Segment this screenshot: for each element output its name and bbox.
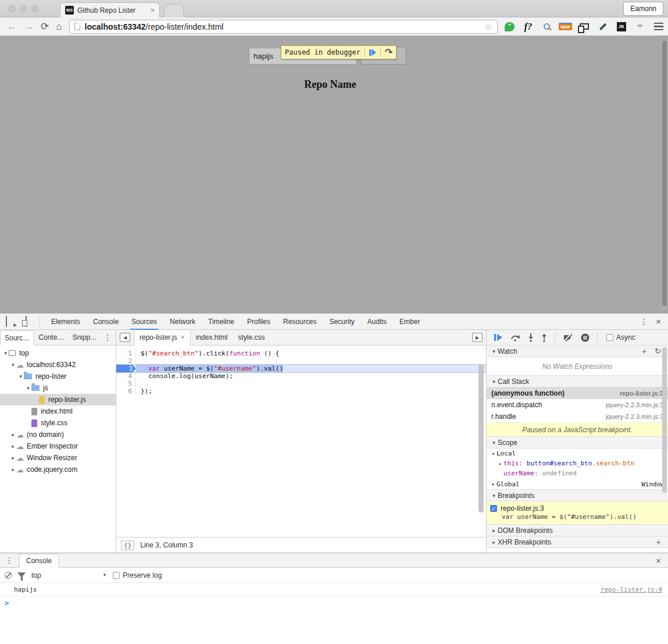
- profile-button[interactable]: Eamonn: [623, 2, 663, 16]
- breakpoint-code[interactable]: var userName = $("#username").val(): [490, 513, 665, 522]
- call-stack-frame[interactable]: n.event.dispatch jquery-2.2.3.min.js:3: [487, 399, 668, 411]
- tree-item-style-css[interactable]: style.css: [0, 417, 116, 429]
- deactivate-breakpoints-icon[interactable]: [563, 333, 573, 341]
- browser-tab[interactable]: WS Github Repo Lister ×: [60, 2, 160, 17]
- preserve-log-checkbox-box[interactable]: [113, 572, 120, 579]
- devtools-menu-icon[interactable]: ⋮: [640, 317, 648, 326]
- new-badge-extension-icon[interactable]: NEW: [559, 23, 571, 30]
- inspect-element-icon[interactable]: [6, 316, 16, 327]
- clear-console-icon[interactable]: [5, 572, 12, 579]
- tab-security[interactable]: Security: [328, 314, 355, 330]
- pretty-print-icon[interactable]: {}: [121, 540, 134, 550]
- font-helper-extension-icon[interactable]: f?: [522, 20, 535, 33]
- tree-item-index-html[interactable]: index.html: [0, 405, 116, 417]
- add-watch-icon[interactable]: +: [642, 347, 646, 356]
- address-bar[interactable]: localhost:63342/repo-lister/index.html ☆: [69, 20, 498, 34]
- line-number[interactable]: 5: [116, 380, 136, 387]
- step-over-icon[interactable]: ↷: [385, 48, 392, 57]
- step-out-icon[interactable]: [541, 333, 547, 342]
- new-tab-button[interactable]: [164, 4, 184, 17]
- editor-tab-style-css[interactable]: style.css: [233, 330, 270, 345]
- console-input[interactable]: >: [0, 597, 668, 610]
- window-close-button[interactable]: [8, 5, 15, 12]
- editor-scrollbar[interactable]: [478, 364, 484, 533]
- add-xhr-breakpoint-icon[interactable]: +: [656, 538, 661, 547]
- tree-item-ember-inspector[interactable]: ▸☁ Ember Inspector: [0, 440, 116, 452]
- step-into-icon[interactable]: [528, 333, 534, 342]
- call-stack-frame[interactable]: (anonymous function) repo-lister.js:3: [487, 387, 668, 399]
- tab-elements[interactable]: Elements: [50, 314, 81, 330]
- code-line-4[interactable]: 4 console.log(userName);: [116, 372, 486, 380]
- tree-item-code-jquery[interactable]: ▸☁ code.jquery.com: [0, 464, 116, 475]
- call-stack-frame[interactable]: r.handle jquery-2.2.3.min.js:3: [487, 411, 668, 422]
- chrome-menu-icon[interactable]: [654, 23, 663, 31]
- device-toolbar-icon[interactable]: [22, 316, 33, 327]
- line-number[interactable]: 6: [116, 387, 136, 395]
- refresh-watch-icon[interactable]: ↻: [655, 347, 661, 355]
- tab-close-icon[interactable]: ×: [150, 6, 155, 15]
- tab-profiles[interactable]: Profiles: [246, 314, 272, 330]
- search-extension-icon[interactable]: [544, 23, 550, 30]
- tab-audits[interactable]: Audits: [366, 314, 388, 330]
- tab-timeline[interactable]: Timeline: [207, 314, 235, 330]
- editor-tab-index-html[interactable]: index.html: [191, 330, 233, 345]
- editor-tab-close-icon[interactable]: ×: [181, 333, 185, 341]
- call-stack-section-header[interactable]: ▾Call Stack: [487, 375, 668, 387]
- code-line-1[interactable]: 1 $("#search_btn").click(function () {: [116, 350, 486, 357]
- code-line-5[interactable]: 5: [116, 380, 486, 387]
- breakpoint-checkbox[interactable]: ✓: [490, 505, 497, 512]
- tab-ember[interactable]: Ember: [398, 314, 421, 330]
- pause-on-exceptions-icon[interactable]: [581, 333, 590, 342]
- hide-navigator-icon[interactable]: ◀: [120, 333, 130, 342]
- page-security-icon[interactable]: [74, 23, 80, 30]
- back-icon[interactable]: ←: [7, 22, 17, 31]
- async-checkbox[interactable]: Async: [606, 333, 635, 341]
- console-close-icon[interactable]: ×: [656, 556, 661, 565]
- line-number[interactable]: 1: [116, 350, 136, 357]
- tab-snippets[interactable]: Snipp…: [68, 330, 101, 345]
- bookmark-star-icon[interactable]: ☆: [484, 22, 492, 32]
- drawer-menu-icon[interactable]: ⋮: [5, 556, 13, 565]
- xhr-breakpoints-section-header[interactable]: ▸XHR Breakpoints +: [487, 536, 668, 548]
- source-code[interactable]: 1 $("#search_btn").click(function () { 2…: [116, 346, 486, 537]
- tree-item-localhost[interactable]: ▾☁ localhost:63342: [0, 359, 116, 371]
- tab-content-scripts[interactable]: Conte…: [34, 330, 68, 345]
- reload-icon[interactable]: ⟳: [41, 22, 49, 31]
- line-number[interactable]: 4: [116, 372, 136, 380]
- tree-item-js-folder[interactable]: ▾ js: [0, 382, 116, 394]
- tree-item-window-resizer[interactable]: ▸☁ Window Resizer: [0, 452, 116, 464]
- editor-tab-repo-lister-js[interactable]: repo-lister.js ×: [134, 330, 191, 346]
- show-debugger-panel-icon[interactable]: ▶: [472, 333, 483, 342]
- breakpoints-section-header[interactable]: ▾Breakpoints: [487, 489, 668, 501]
- log-source-link[interactable]: repo-lister.js:4: [601, 586, 662, 593]
- debugger-scrollbar[interactable]: [662, 347, 667, 539]
- eyedropper-extension-icon[interactable]: [599, 23, 606, 30]
- url-text[interactable]: localhost:63342/repo-lister/index.html: [85, 22, 480, 31]
- execution-line-marker[interactable]: 3: [116, 365, 136, 372]
- jetbrains-extension-icon[interactable]: JB: [617, 22, 626, 31]
- tab-console[interactable]: Console: [92, 314, 120, 330]
- breakpoint-entry[interactable]: ✓ repo-lister.js:3 var userName = $("#us…: [487, 501, 668, 525]
- async-checkbox-box[interactable]: [606, 334, 613, 341]
- tree-item-repo-lister-js[interactable]: repo-lister.js: [0, 394, 116, 405]
- tab-sources[interactable]: Sources: [130, 314, 158, 330]
- filter-icon[interactable]: [17, 572, 26, 578]
- tab-sources-files[interactable]: Sourc…: [0, 330, 34, 346]
- dom-breakpoints-section-header[interactable]: ▸DOM Breakpoints: [487, 524, 668, 536]
- code-line-3-paused[interactable]: 3 var userName = $("#username").val(): [116, 364, 486, 373]
- scope-this[interactable]: ▸this: button#search_btn.search-btn: [487, 458, 668, 468]
- home-icon[interactable]: ⌂: [56, 22, 62, 31]
- devtools-close-icon[interactable]: ×: [656, 316, 661, 326]
- faded-extension-icon[interactable]: ☂: [634, 20, 646, 33]
- tree-item-repo-lister-folder[interactable]: ▾ repo-lister: [0, 371, 116, 382]
- page-scrollbar[interactable]: [662, 41, 667, 309]
- tree-item-no-domain[interactable]: ▸☁ (no domain): [0, 429, 116, 440]
- tree-item-top[interactable]: ▾ top: [0, 347, 116, 359]
- hangouts-extension-icon[interactable]: ": [505, 22, 515, 31]
- preserve-log-checkbox[interactable]: Preserve log: [113, 571, 162, 579]
- code-line-6[interactable]: 6 });: [116, 387, 486, 395]
- tab-resources[interactable]: Resources: [282, 314, 317, 330]
- resume-script-icon[interactable]: [494, 333, 503, 341]
- console-drawer-tab[interactable]: Console: [19, 554, 59, 568]
- step-over-icon[interactable]: [510, 333, 520, 341]
